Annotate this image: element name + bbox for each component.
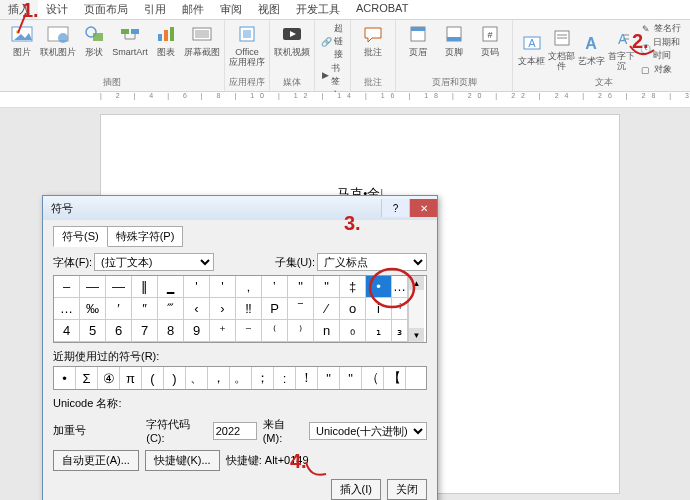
footer-button[interactable]: 页脚 [436,22,472,58]
symbol-cell[interactable]: ‚ [236,276,262,298]
subset-select[interactable]: 广义标点 [317,253,427,271]
recent-symbol-cell[interactable]: ， [208,367,230,389]
recent-symbol-cell[interactable]: ) [164,367,186,389]
recent-symbol-cell[interactable]: ④ [98,367,120,389]
from-select[interactable]: Unicode(十六进制) [309,422,427,440]
symbol-cell[interactable]: ₀ [340,320,366,342]
insert-button[interactable]: 插入(I) [331,479,381,500]
chart-button[interactable]: 图表 [148,22,184,58]
symbol-cell[interactable]: ‗ [158,276,184,298]
tab-symbols[interactable]: 符号(S) [53,226,108,247]
autocorrect-button[interactable]: 自动更正(A)... [53,450,139,471]
header-button[interactable]: 页眉 [400,22,436,58]
ribbon-tab-6[interactable]: 视图 [250,0,288,19]
symbol-cell[interactable]: ⁱ [392,298,408,320]
shortcut-key-button[interactable]: 快捷键(K)... [145,450,220,471]
symbol-cell[interactable]: ⁄ [314,298,340,320]
symbol-cell[interactable]: 8 [158,320,184,342]
symbol-cell[interactable]: ‖ [132,276,158,298]
symbol-cell[interactable]: o [340,298,366,320]
symbol-cell[interactable]: ⁽ [262,320,288,342]
symbol-cell[interactable]: ⁾ [288,320,314,342]
datetime-button[interactable]: 🕓日期和时间 [638,36,690,62]
recent-symbol-cell[interactable]: 、 [186,367,208,389]
textbox-button[interactable]: A文本框 [517,31,547,67]
symbol-cell[interactable]: 4 [54,320,80,342]
object-button[interactable]: ▢对象 [638,63,690,76]
shapes-button[interactable]: 形状 [76,22,112,58]
symbol-cell[interactable]: … [392,276,408,298]
recent-symbol-cell[interactable]: 。 [230,367,252,389]
comment-button[interactable]: 批注 [355,22,391,58]
recent-symbol-cell[interactable]: ； [252,367,274,389]
symbol-cell[interactable]: ″ [132,298,158,320]
signature-line-button[interactable]: ✎签名行 [638,22,690,35]
hyperlink-button[interactable]: 🔗超链接 [319,22,346,61]
recent-symbol-cell[interactable]: " [340,367,362,389]
ribbon-tab-0[interactable]: 插入 [0,0,38,19]
symbol-cell[interactable]: ‾ [288,298,314,320]
recent-symbol-cell[interactable]: : [274,367,296,389]
ribbon-tab-7[interactable]: 开发工具 [288,0,348,19]
ribbon-tab-3[interactable]: 引用 [136,0,174,19]
recent-symbol-cell[interactable]: Σ [76,367,98,389]
recent-symbol-cell[interactable]: " [318,367,340,389]
scroll-thumb[interactable] [409,290,424,328]
symbol-cell[interactable]: ‼ [236,298,262,320]
symbol-cell[interactable]: ‰ [80,298,106,320]
symbol-cell[interactable]: 6 [106,320,132,342]
symbol-cell[interactable]: " [314,276,340,298]
online-video-button[interactable]: 联机视频 [274,22,310,58]
cancel-button[interactable]: 关闭 [387,479,427,500]
symbol-cell[interactable]: ‹ [184,298,210,320]
font-select[interactable]: (拉丁文本) [94,253,214,271]
recent-symbol-cell[interactable]: • [54,367,76,389]
smartart-button[interactable]: SmartArt [112,22,148,58]
symbol-cell[interactable]: " [288,276,314,298]
symbol-cell[interactable]: ‡ [340,276,366,298]
recent-symbol-cell[interactable]: ( [142,367,164,389]
charcode-input[interactable] [213,422,257,440]
symbol-cell[interactable]: i [366,298,392,320]
symbol-cell[interactable]: n [314,320,340,342]
symbol-cell[interactable]: ― [106,276,132,298]
recent-symbol-cell[interactable]: 【 [384,367,406,389]
symbol-cell[interactable]: – [54,276,80,298]
dropcap-button[interactable]: A首字下沉 [606,26,636,72]
symbol-cell[interactable]: ₁ [366,320,392,342]
tab-special-chars[interactable]: 特殊字符(P) [107,226,184,247]
recent-symbol-cell[interactable]: π [120,367,142,389]
symbol-cell[interactable]: 7 [132,320,158,342]
symbol-cell[interactable]: ' [210,276,236,298]
scroll-up-button[interactable]: ▲ [409,276,424,290]
dialog-help-button[interactable]: ? [381,199,409,217]
symbol-cell[interactable]: • [366,276,392,298]
symbol-cell[interactable]: ‴ [158,298,184,320]
symbol-cell[interactable]: 9 [184,320,210,342]
ribbon-tab-1[interactable]: 设计 [38,0,76,19]
symbol-cell[interactable]: ‛ [262,276,288,298]
ribbon-tab-4[interactable]: 邮件 [174,0,212,19]
pagenum-button[interactable]: #页码 [472,22,508,58]
symbol-cell[interactable]: ′ [106,298,132,320]
symbol-cell[interactable]: … [54,298,80,320]
ribbon-tab-8[interactable]: ACROBAT [348,0,416,19]
symbol-cell[interactable]: ₃ [392,320,408,342]
symbol-cell[interactable]: ⁺ [210,320,236,342]
office-apps-button[interactable]: Office 应用程序 [229,22,265,68]
dialog-close-button[interactable]: ✕ [409,199,437,217]
dialog-titlebar[interactable]: 符号 ? ✕ [43,196,437,220]
grid-scrollbar[interactable]: ▲ ▼ [408,276,424,342]
screenshot-button[interactable]: 屏幕截图 [184,22,220,58]
symbol-cell[interactable]: › [210,298,236,320]
recent-symbol-cell[interactable]: （ [362,367,384,389]
online-picture-button[interactable]: 联机图片 [40,22,76,58]
ribbon-tab-5[interactable]: 审阅 [212,0,250,19]
ribbon-tab-2[interactable]: 页面布局 [76,0,136,19]
symbol-cell[interactable]: ' [184,276,210,298]
recent-symbol-cell[interactable]: ！ [296,367,318,389]
insert-picture-button[interactable]: 图片 [4,22,40,58]
scroll-down-button[interactable]: ▼ [409,328,424,342]
bookmark-button[interactable]: ▶书签 [319,62,346,88]
symbol-cell[interactable]: — [80,276,106,298]
